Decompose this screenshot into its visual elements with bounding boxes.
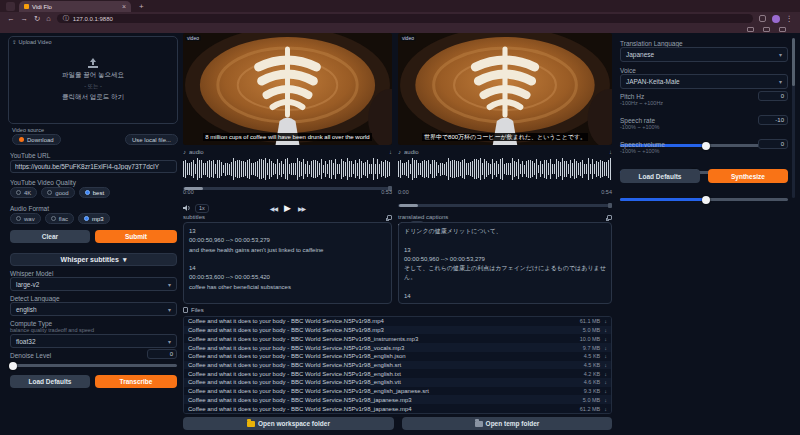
file-row[interactable]: Coffee and what it does to your body - B…	[184, 378, 611, 387]
captions-textarea[interactable]: 13 00:00:50,960 --> 00:00:53,279 and the…	[183, 222, 392, 304]
waveform-scrollbar[interactable]	[398, 204, 612, 207]
file-row[interactable]: Coffee and what it does to your body - B…	[184, 352, 611, 361]
fast-forward-icon[interactable]: ▶▶	[298, 205, 305, 212]
file-row[interactable]: Coffee and what it does to your body - B…	[184, 326, 611, 335]
file-download-icon[interactable]: ↓	[604, 345, 607, 351]
file-row[interactable]: Coffee and what it does to your body - B…	[184, 343, 611, 352]
scrollbar-thumb[interactable]	[792, 38, 795, 86]
audio-waveform[interactable]	[183, 157, 392, 181]
file-download-icon[interactable]: ↓	[604, 371, 607, 377]
audio-section-header: ♪ audio ↓	[183, 149, 392, 155]
copy-icon[interactable]	[387, 215, 392, 220]
voice-dropdown[interactable]: JAPAN-Keita-Male ▾	[620, 74, 788, 89]
denoise-level-slider[interactable]	[10, 364, 177, 367]
speaker-icon[interactable]	[183, 204, 191, 212]
download-audio-icon[interactable]: ↓	[609, 149, 612, 155]
file-row[interactable]: Coffee and what it does to your body - B…	[184, 387, 611, 396]
file-row[interactable]: Coffee and what it does to your body - B…	[184, 317, 611, 326]
clear-button[interactable]: Clear	[10, 230, 90, 243]
back-icon[interactable]: ←	[7, 14, 15, 23]
file-row[interactable]: Coffee and what it does to your body - B…	[184, 334, 611, 343]
whisper-load-defaults-button[interactable]: Load Defaults	[10, 375, 90, 388]
file-download-icon[interactable]: ↓	[604, 318, 607, 324]
file-download-icon[interactable]: ↓	[604, 379, 607, 385]
quality-option-4k[interactable]: 4K	[10, 187, 37, 198]
new-tab-button[interactable]: +	[139, 2, 144, 12]
file-download-icon[interactable]: ↓	[604, 362, 607, 368]
youtube-url-input[interactable]	[10, 160, 177, 173]
file-download-icon[interactable]: ↓	[604, 353, 607, 359]
audio-controls: 1x ◀◀ ▶ ▶▶	[183, 201, 392, 215]
format-option-wav[interactable]: wav	[10, 213, 41, 224]
submit-button[interactable]: Submit	[95, 230, 177, 243]
rewind-icon[interactable]: ◀◀	[270, 205, 277, 212]
detect-language-dropdown[interactable]: english ▾	[10, 302, 177, 316]
video-upload-dropzone[interactable]: ⇪ Upload Video 파일을 끌어 놓으세요 - 또는 - 클릭해서 업…	[8, 36, 178, 124]
scroll-handle[interactable]	[399, 204, 418, 207]
chevron-down-icon: ▾	[168, 338, 171, 345]
open-temp-folder-button[interactable]: Open temp folder	[402, 417, 612, 430]
panel-scrollbar[interactable]	[792, 38, 795, 198]
bookmark-icon[interactable]	[779, 27, 786, 32]
source-video-player[interactable]: video 8 million cups of coffee will have…	[183, 33, 392, 145]
file-download-icon[interactable]: ↓	[604, 336, 607, 342]
slider-thumb[interactable]	[702, 196, 710, 204]
youtube-url-field[interactable]	[10, 160, 177, 173]
format-option-flac[interactable]: flac	[45, 213, 74, 224]
whisper-accordion-header[interactable]: Whisper subtitles ▾	[10, 253, 177, 266]
browser-tab[interactable]: Vidi Flo ×	[19, 1, 131, 12]
source-option-local-file[interactable]: Use local file...	[125, 134, 178, 145]
home-icon[interactable]: ⌂	[46, 14, 51, 23]
compute-type-dropdown[interactable]: float32 ▾	[10, 334, 177, 348]
translated-video-player[interactable]: video 世界中で800万杯のコーヒーが飲まれた、ということです。	[398, 33, 612, 145]
format-option-mp3[interactable]: mp3	[78, 213, 110, 224]
audio-waveform[interactable]	[398, 157, 612, 181]
denoise-level-value[interactable]: 0	[147, 349, 177, 359]
address-bar[interactable]: ⓘ 127.0.0.1:9880	[57, 14, 753, 23]
site-info-icon[interactable]: ⓘ	[63, 14, 69, 23]
transcribe-button[interactable]: Transcribe	[95, 375, 177, 388]
translation-language-dropdown[interactable]: Japanese ▾	[620, 47, 788, 62]
browser-menu-icon[interactable]: ⋮	[786, 14, 794, 23]
pitch-value[interactable]: 0	[758, 91, 788, 101]
bookmark-icon[interactable]	[747, 27, 754, 32]
profile-avatar[interactable]	[772, 15, 780, 23]
slider-thumb[interactable]	[702, 142, 710, 150]
quality-option-good[interactable]: good	[41, 187, 74, 198]
speech-rate-label: Speech rate	[620, 117, 655, 124]
file-download-icon[interactable]: ↓	[604, 327, 607, 333]
file-row[interactable]: Coffee and what it does to your body - B…	[184, 404, 611, 413]
translated-captions-textarea[interactable]: ドリンクの健康メリットについて、 13 00:00:50,960 --> 00:…	[398, 222, 612, 304]
zoom-handle[interactable]	[608, 203, 612, 208]
speech-rate-value[interactable]: -10	[758, 115, 788, 125]
synthesize-button[interactable]: Synthesize	[708, 169, 788, 183]
open-workspace-folder-button[interactable]: Open workspace folder	[183, 417, 394, 430]
source-option-download[interactable]: Download	[12, 134, 61, 145]
file-download-icon[interactable]: ↓	[604, 406, 607, 412]
close-tab-icon[interactable]: ×	[122, 3, 126, 10]
file-download-icon[interactable]: ↓	[604, 388, 607, 394]
slider-thumb[interactable]	[9, 362, 17, 370]
radio-icon	[51, 216, 56, 221]
forward-icon[interactable]: →	[21, 14, 29, 23]
extensions-icon[interactable]	[759, 15, 766, 22]
file-row[interactable]: Coffee and what it does to your body - B…	[184, 395, 611, 404]
quality-option-best[interactable]: best	[79, 187, 110, 198]
bookmark-icon[interactable]	[763, 27, 770, 32]
chevron-down-icon: ▾	[168, 306, 171, 313]
play-icon[interactable]: ▶	[284, 203, 291, 213]
copy-icon[interactable]	[607, 215, 612, 220]
whisper-model-dropdown[interactable]: large-v2 ▾	[10, 277, 177, 291]
tts-load-defaults-button[interactable]: Load Defaults	[620, 169, 700, 183]
download-audio-icon[interactable]: ↓	[389, 149, 392, 155]
file-row[interactable]: Coffee and what it does to your body - B…	[184, 361, 611, 370]
speech-volume-value[interactable]: 0	[758, 139, 788, 149]
audio-format-label: Audio Format	[10, 205, 49, 212]
file-download-icon[interactable]: ↓	[604, 397, 607, 403]
audio-label: audio	[189, 149, 204, 155]
tab-search-button[interactable]	[6, 2, 15, 11]
speech-volume-slider[interactable]	[620, 198, 788, 201]
playback-speed-button[interactable]: 1x	[195, 204, 209, 213]
file-row[interactable]: Coffee and what it does to your body - B…	[184, 369, 611, 378]
reload-icon[interactable]: ↻	[34, 14, 40, 23]
